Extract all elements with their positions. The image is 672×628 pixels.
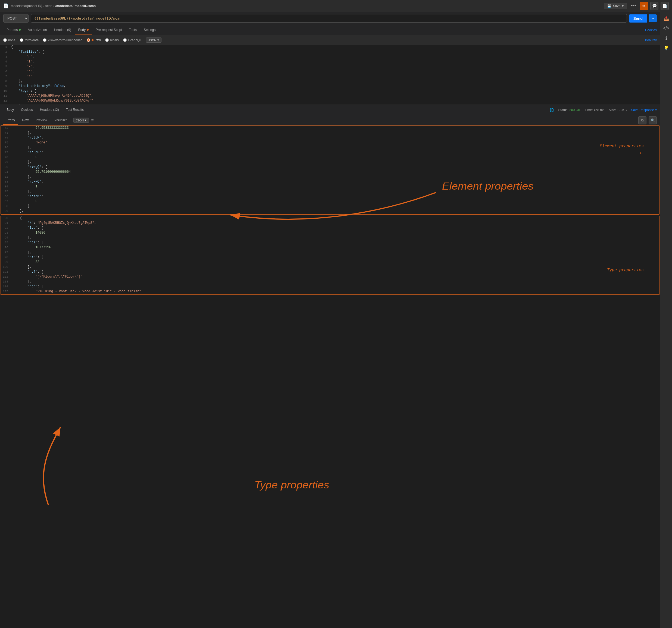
code-line: 4 "l",: [0, 60, 660, 65]
body-type-graphql[interactable]: GraphQL: [123, 38, 141, 42]
response-body[interactable]: 72 54.95833333333333 73 ], 74 "r:tgM": [: [0, 125, 660, 627]
code-line: 89 },: [1, 209, 659, 214]
top-bar: 📄 modeldata/{model ID} / scan / /modelda…: [0, 0, 672, 12]
element-properties-annotation: Element properties: [600, 144, 644, 149]
code-line: 98 "n:c": [: [1, 255, 659, 260]
lightbulb-icon[interactable]: 💡: [662, 44, 671, 52]
time-badge: Time: 468 ms: [585, 108, 604, 112]
tab-pre-request[interactable]: Pre-request Script: [92, 26, 125, 34]
body-label: Body: [78, 28, 86, 32]
request-body-editor[interactable]: 1 { 2 "families": [ 3 "n", 4 "l", 5 "x",: [0, 45, 660, 105]
code-line: 104 "n:n": [: [1, 285, 659, 290]
tab-body[interactable]: Body: [75, 26, 92, 34]
response-json-format[interactable]: JSON ▾: [73, 118, 89, 123]
code-line: 93 14086: [1, 231, 659, 236]
code-line: 105 "210 King - Roof Deck - Wood Joist 1…: [1, 290, 659, 295]
send-sidebar-icon[interactable]: 📤: [662, 14, 671, 23]
copy-response-button[interactable]: ⧉: [638, 116, 646, 124]
code-line: 99 32: [1, 260, 659, 265]
code-line: 78 0: [1, 155, 659, 160]
code-line: 79 ],: [1, 160, 659, 165]
save-button[interactable]: 💾 Save ▾: [604, 3, 627, 9]
tab-headers[interactable]: Headers (9): [51, 26, 74, 34]
response-wrapper: 72 54.95833333333333 73 ], 74 "r:tgM": [: [0, 125, 660, 628]
element-arrow: ←: [640, 149, 644, 157]
method-select[interactable]: POST GET PUT DELETE: [3, 14, 28, 23]
tab-tests[interactable]: Tests: [126, 26, 140, 34]
code-line: 100 ],: [1, 265, 659, 270]
code-line: 84 1: [1, 185, 659, 190]
status-badge: Status: 200 OK: [558, 108, 580, 112]
response-tab-test-results[interactable]: Test Results: [63, 106, 87, 115]
body-type-none[interactable]: none: [3, 38, 16, 42]
size-badge: Size: 1.8 KB: [609, 108, 627, 112]
edit-button[interactable]: ✏: [640, 2, 648, 10]
params-label: Params: [6, 28, 18, 32]
response-tab-headers[interactable]: Headers (12): [37, 106, 62, 115]
authorization-label: Authorization: [28, 28, 47, 32]
breadcrumb-sep-2: /: [53, 4, 54, 8]
search-response-button[interactable]: 🔍: [649, 116, 657, 124]
code-line: 101 "n:f": [: [1, 270, 659, 275]
url-input[interactable]: [31, 14, 627, 23]
send-dropdown-button[interactable]: ▾: [649, 15, 657, 22]
breadcrumb: modeldata/{model ID} / scan / /modeldata…: [11, 4, 602, 8]
body-type-form-data[interactable]: form-data: [20, 38, 39, 42]
raw-dot: [92, 39, 94, 41]
cookies-link[interactable]: Cookies: [645, 28, 657, 32]
code-line: 12 "AQAAAd4OKpUQAkRxmcY0ISpKV04ACFqf": [0, 99, 660, 104]
type-properties-annotation: Type properties: [607, 268, 644, 272]
response-view-preview[interactable]: Preview: [32, 116, 51, 125]
code-line: 7 "z": [0, 74, 660, 79]
save-response-button[interactable]: Save Response ▾: [631, 108, 657, 112]
body-type-binary[interactable]: binary: [105, 38, 119, 42]
tab-params[interactable]: Params: [3, 26, 24, 34]
code-line: 102 "[\"Floors\",\"Floor\"]": [1, 275, 659, 280]
tab-authorization[interactable]: Authorization: [24, 26, 50, 34]
send-button[interactable]: Send: [629, 15, 647, 23]
response-status: 🌐 Status: 200 OK Time: 468 ms Size: 1.8 …: [549, 108, 657, 112]
breadcrumb-item-2: scan: [45, 4, 52, 8]
top-bar-actions: 💾 Save ▾ ••• ✏ 💬 📄: [604, 2, 669, 10]
code-line: 82 ],: [1, 175, 659, 180]
code-line: 73 ],: [1, 131, 659, 136]
response-view-visualize[interactable]: Visualize: [51, 116, 71, 125]
content-area: POST GET PUT DELETE Send ▾ Params Author…: [0, 12, 660, 628]
code-line: 8 ],: [0, 79, 660, 84]
code-line: 11 "AAAALTj0BsGP0mvp_AvNGPcdscADJ4Q",: [0, 94, 660, 99]
body-dot: [87, 29, 89, 31]
code-line: 91 "k": "Pg4q1RACRHGZxjQhKkpU7gAIWp8",: [1, 221, 659, 226]
code-line: 81 55.791666666666664: [1, 170, 659, 175]
filter-icon[interactable]: ≡: [91, 118, 94, 123]
page-button[interactable]: 📄: [661, 2, 669, 10]
code-line: 83 "r:xwQ": [: [1, 180, 659, 185]
code-line: 88 ]: [1, 204, 659, 209]
file-icon: 📄: [3, 3, 9, 8]
breadcrumb-sep-1: /: [43, 4, 44, 8]
tests-label: Tests: [129, 28, 137, 32]
breadcrumb-item-3: /modeldata/:modelID/scan: [55, 4, 96, 8]
beautify-button[interactable]: Beautify: [645, 38, 657, 42]
tab-settings[interactable]: Settings: [141, 26, 159, 34]
more-options-button[interactable]: •••: [629, 2, 638, 9]
code-line: 95 "n:a": [: [1, 241, 659, 246]
response-view-raw[interactable]: Raw: [19, 116, 32, 125]
body-type-urlencoded[interactable]: x-www-form-urlencoded: [43, 38, 82, 42]
code-icon[interactable]: </>: [662, 24, 671, 32]
response-tab-body[interactable]: Body: [3, 106, 17, 115]
code-line: 2 "families": [: [0, 50, 660, 55]
headers-label: Headers (9): [54, 28, 71, 32]
url-bar: POST GET PUT DELETE Send ▾: [0, 12, 660, 25]
main-layout: 📄 modeldata/{model ID} / scan / /modelda…: [0, 0, 672, 628]
body-type-raw[interactable]: raw: [87, 38, 101, 42]
response-tab-cookies[interactable]: Cookies: [18, 106, 36, 115]
params-dot: [19, 29, 21, 31]
type-properties-annotation-container: Type properties: [0, 295, 660, 306]
json-format-select[interactable]: JSON ▾: [146, 37, 162, 43]
code-line: 80 "r:wgQ": [: [1, 165, 659, 170]
response-view-pretty[interactable]: Pretty: [3, 116, 18, 125]
right-sidebar: 📤 </> ℹ 💡: [660, 12, 672, 628]
info-icon[interactable]: ℹ: [662, 34, 671, 42]
save-response-dropdown-icon: ▾: [655, 108, 657, 112]
comment-button[interactable]: 💬: [650, 2, 658, 10]
